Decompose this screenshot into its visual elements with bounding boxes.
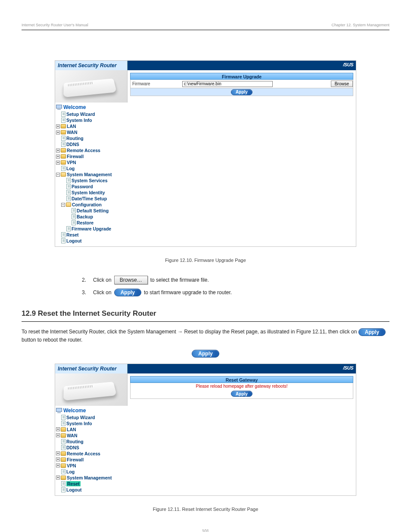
folder-icon bbox=[61, 433, 66, 438]
nav-system-identity[interactable]: System Identity bbox=[56, 190, 127, 196]
nav-datetime[interactable]: Date/Time Setup bbox=[56, 196, 127, 202]
folder-icon bbox=[61, 130, 66, 134]
expand-icon[interactable]: + bbox=[56, 131, 60, 134]
page-number: 101 bbox=[22, 529, 389, 532]
browse-button[interactable]: Browse… bbox=[114, 276, 148, 284]
nav-vpn[interactable]: +VPN bbox=[56, 159, 127, 165]
steps-list: 2. Click on Browse… to select the firmwa… bbox=[82, 276, 389, 296]
nav-lan[interactable]: +LAN bbox=[56, 123, 127, 129]
nav-ddns[interactable]: DDNS bbox=[56, 445, 127, 451]
page-icon bbox=[66, 196, 71, 201]
page-icon bbox=[72, 220, 76, 225]
nav-configuration[interactable]: −Configuration bbox=[56, 202, 127, 208]
nav-logout[interactable]: Logout bbox=[56, 238, 127, 244]
expand-icon[interactable]: + bbox=[56, 451, 60, 455]
expand-icon[interactable]: + bbox=[56, 155, 60, 159]
nav-firewall[interactable]: +Firewall bbox=[56, 153, 127, 159]
page-icon bbox=[61, 142, 65, 147]
reset-gateway-screenshot: Internet Security Router /SUS Welcome Se… bbox=[55, 364, 356, 496]
nav-system-info[interactable]: System Info bbox=[56, 420, 127, 426]
nav-wan[interactable]: +WAN bbox=[56, 129, 127, 135]
nav-firewall[interactable]: +Firewall bbox=[56, 457, 127, 463]
panel-footer: Apply bbox=[130, 88, 353, 96]
nav-welcome[interactable]: Welcome bbox=[56, 408, 127, 414]
asus-logo: /SUS bbox=[343, 62, 353, 67]
folder-open-icon bbox=[61, 172, 66, 177]
nav-password[interactable]: Password bbox=[56, 184, 127, 190]
nav-logout[interactable]: Logout bbox=[56, 487, 127, 493]
page-icon bbox=[66, 226, 71, 231]
page-icon bbox=[61, 469, 65, 474]
content-panel: Reset Gateway Please reload homepage aft… bbox=[128, 373, 356, 495]
router-title: Internet Security Router bbox=[55, 61, 128, 70]
apply-button-small[interactable]: Apply bbox=[231, 89, 252, 95]
nav-remote-access[interactable]: +Remote Access bbox=[56, 147, 127, 153]
nav-system-services[interactable]: System Services bbox=[56, 177, 127, 184]
nav-system-management[interactable]: +System Management bbox=[56, 475, 127, 481]
firmware-path-input[interactable] bbox=[182, 81, 273, 87]
step-number: 2. bbox=[82, 277, 93, 283]
section-heading: 12.9 Reset the Internet Security Router bbox=[22, 309, 389, 318]
page-icon bbox=[61, 445, 65, 450]
page-icon bbox=[66, 190, 71, 195]
folder-icon bbox=[61, 154, 66, 159]
content-panel: Firmware Upgrade Firmware Browse Apply bbox=[128, 70, 356, 246]
nav-system-info[interactable]: System Info bbox=[56, 117, 127, 123]
nav-routing[interactable]: Routing bbox=[56, 439, 127, 445]
page-icon bbox=[61, 112, 65, 117]
expand-icon[interactable]: + bbox=[56, 464, 60, 467]
expand-icon[interactable]: + bbox=[56, 476, 60, 479]
nav-firmware-upgrade[interactable]: Firmware Upgrade bbox=[56, 226, 127, 232]
step-text-post: to select the firmware file. bbox=[150, 277, 209, 283]
nav-reset[interactable]: Reset bbox=[56, 232, 127, 238]
page-icon bbox=[66, 184, 71, 189]
nav-reset[interactable]: Reset bbox=[56, 481, 127, 487]
expand-icon[interactable]: + bbox=[56, 161, 60, 165]
apply-centered: Apply bbox=[22, 350, 389, 358]
firmware-row: Firmware Browse bbox=[130, 80, 353, 88]
page-icon bbox=[61, 238, 65, 243]
expand-icon[interactable]: + bbox=[56, 457, 60, 461]
figure-caption-1: Figure 12.10. Firmware Upgrade Page bbox=[22, 258, 389, 263]
step-text-pre: Click on bbox=[93, 277, 112, 283]
page-icon bbox=[61, 487, 65, 492]
nav-wan[interactable]: +WAN bbox=[56, 432, 127, 439]
header-left: Internet Security Router User's Manual bbox=[22, 23, 88, 27]
nav-backup[interactable]: Backup bbox=[56, 214, 127, 220]
nav-default-setting[interactable]: Default Setting bbox=[56, 208, 127, 214]
expand-icon[interactable]: + bbox=[56, 124, 60, 128]
step-text-post: to start firmware upgrade to the router. bbox=[144, 289, 232, 296]
nav-routing[interactable]: Routing bbox=[56, 135, 127, 141]
nav-welcome[interactable]: Welcome bbox=[56, 104, 127, 110]
apply-button[interactable]: Apply bbox=[114, 289, 141, 296]
nav-setup-wizard[interactable]: Setup Wizard bbox=[56, 414, 127, 420]
brand-bar: /SUS bbox=[128, 61, 356, 70]
nav-log[interactable]: Log bbox=[56, 165, 127, 171]
folder-icon bbox=[61, 476, 66, 480]
nav-lan[interactable]: +LAN bbox=[56, 426, 127, 432]
expand-icon[interactable]: + bbox=[56, 149, 60, 152]
page-icon bbox=[66, 178, 71, 183]
folder-icon bbox=[61, 427, 66, 432]
expand-icon[interactable]: + bbox=[56, 433, 60, 437]
page-icon bbox=[61, 232, 65, 237]
nav-log[interactable]: Log bbox=[56, 469, 127, 475]
nav-remote-access[interactable]: +Remote Access bbox=[56, 451, 127, 457]
expand-icon[interactable]: + bbox=[56, 427, 60, 431]
collapse-icon[interactable]: − bbox=[56, 173, 60, 177]
nav-system-management[interactable]: −System Management bbox=[56, 171, 127, 177]
apply-button-small[interactable]: Apply bbox=[231, 391, 252, 397]
step-3: 3. Click on Apply to start firmware upgr… bbox=[82, 289, 389, 296]
nav-ddns[interactable]: DDNS bbox=[56, 141, 127, 147]
apply-button-inline[interactable]: Apply bbox=[358, 328, 386, 336]
nav-setup-wizard[interactable]: Setup Wizard bbox=[56, 111, 127, 117]
nav-vpn[interactable]: +VPN bbox=[56, 463, 127, 469]
figure-caption-2: Figure 12.11. Reset Internet Security Ro… bbox=[22, 507, 389, 512]
collapse-icon[interactable]: − bbox=[61, 203, 65, 207]
panel-title: Reset Gateway bbox=[130, 376, 353, 383]
page-icon bbox=[61, 481, 65, 486]
nav-restore[interactable]: Restore bbox=[56, 220, 127, 226]
router-title: Internet Security Router bbox=[55, 364, 128, 373]
browse-button-small[interactable]: Browse bbox=[331, 81, 353, 87]
apply-button[interactable]: Apply bbox=[192, 350, 219, 358]
